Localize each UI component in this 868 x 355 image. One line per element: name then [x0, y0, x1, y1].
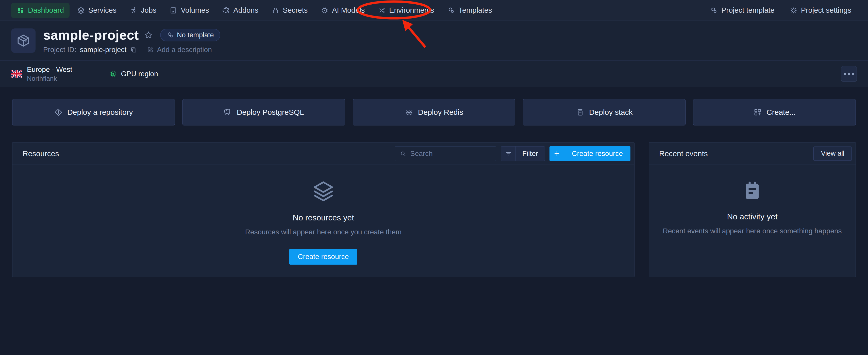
view-all-button[interactable]: View all — [813, 147, 852, 161]
layers-icon — [77, 7, 85, 14]
runner-icon — [130, 7, 137, 14]
chip-icon — [321, 7, 329, 14]
create-more-button[interactable]: Create... — [693, 99, 856, 125]
panels-row: Resources Filter Create resource — [12, 142, 856, 277]
nav-item-jobs[interactable]: Jobs — [124, 3, 162, 18]
gear-icon — [790, 7, 798, 14]
edit-pencil-icon — [147, 46, 154, 53]
gpu-region-badge: GPU region — [109, 70, 158, 78]
deploy-button-label: Deploy stack — [589, 108, 633, 117]
filter-icon — [501, 147, 516, 161]
deploy-stack-button[interactable]: Deploy stack — [523, 99, 685, 125]
puzzle-icon — [222, 7, 230, 14]
nav-item-label: Project template — [721, 6, 775, 14]
nav-item-volumes[interactable]: Volumes — [164, 3, 214, 18]
drive-icon — [169, 7, 177, 14]
resources-empty-subtitle: Resources will appear here once you crea… — [245, 228, 402, 236]
nav-item-services[interactable]: Services — [71, 3, 122, 18]
region-name: Europe - West — [27, 65, 72, 73]
stack-container-icon — [576, 108, 585, 117]
nav-item-project-settings[interactable]: Project settings — [784, 3, 857, 18]
quick-deploy-row: Deploy a repository Deploy PostgreSQL De… — [12, 99, 856, 125]
resources-empty-state: No resources yet Resources will appear h… — [12, 165, 634, 277]
shuffle-icon — [378, 7, 385, 14]
main-content: Deploy a repository Deploy PostgreSQL De… — [0, 87, 868, 277]
deploy-repository-button[interactable]: Deploy a repository — [12, 99, 175, 125]
nav-item-project-template[interactable]: Project template — [705, 3, 780, 18]
resources-controls: Filter Create resource — [395, 146, 630, 161]
filter-label: Filter — [516, 147, 545, 161]
gpu-region-label: GPU region — [121, 70, 158, 78]
add-description-button[interactable]: Add a description — [147, 46, 212, 54]
uk-flag-icon — [11, 70, 22, 78]
notepad-icon — [741, 180, 763, 201]
project-header-text: sample-project No template Project ID: s… — [43, 27, 220, 54]
search-icon — [400, 150, 407, 157]
nav-item-label: Jobs — [141, 6, 156, 14]
project-id-label: Project ID: — [43, 46, 76, 54]
search-input[interactable] — [410, 150, 491, 158]
nav-item-secrets[interactable]: Secrets — [266, 3, 313, 18]
deploy-postgresql-button[interactable]: Deploy PostgreSQL — [183, 99, 345, 125]
create-resource-cta-button[interactable]: Create resource — [289, 249, 358, 265]
resources-title: Resources — [23, 149, 59, 158]
layers-empty-icon — [312, 180, 335, 202]
region-bar: Europe - West Northflank GPU region — [0, 60, 868, 87]
events-empty-title: No activity yet — [727, 212, 777, 221]
favorite-star-icon[interactable] — [144, 30, 153, 40]
events-title: Recent events — [659, 149, 708, 158]
copy-icon[interactable] — [130, 46, 137, 53]
nav-item-label: Environments — [389, 6, 434, 14]
deploy-button-label: Deploy a repository — [67, 108, 133, 117]
nav-item-addons[interactable]: Addons — [217, 3, 264, 18]
resources-search — [395, 146, 496, 161]
filter-button[interactable]: Filter — [501, 146, 545, 161]
template-badge[interactable]: No template — [160, 29, 221, 41]
resources-panel: Resources Filter Create resource — [12, 142, 634, 277]
hexagons-icon — [447, 7, 455, 14]
repository-icon — [54, 108, 63, 117]
package-box-icon — [16, 33, 30, 48]
create-resource-button[interactable]: Create resource — [550, 146, 630, 161]
ellipsis-icon — [844, 73, 846, 75]
events-empty-state: No activity yet Recent events will appea… — [649, 165, 856, 277]
deploy-button-label: Deploy Redis — [418, 108, 463, 117]
app-window: Dashboard Services Jobs Volumes Addons S… — [0, 0, 868, 355]
project-id-value: sample-project — [80, 46, 127, 54]
events-panel-header: Recent events View all — [649, 143, 856, 165]
nav-item-label: Addons — [234, 6, 258, 14]
create-resource-label: Create resource — [564, 146, 630, 161]
deploy-button-label: Deploy PostgreSQL — [237, 108, 304, 117]
nav-item-templates[interactable]: Templates — [442, 3, 498, 18]
nav-item-ai-models[interactable]: AI Models — [315, 3, 370, 18]
nav-item-label: Dashboard — [28, 6, 64, 14]
project-title-row: sample-project No template — [43, 27, 220, 43]
resources-empty-title: No resources yet — [292, 213, 354, 223]
hexagons-icon — [710, 7, 718, 14]
nav-item-environments[interactable]: Environments — [372, 3, 440, 18]
nav-left-group: Dashboard Services Jobs Volumes Addons S… — [11, 3, 498, 18]
nav-item-label: Templates — [459, 6, 492, 14]
project-avatar — [11, 28, 35, 53]
nav-item-label: AI Models — [332, 6, 365, 14]
nav-item-label: Volumes — [181, 6, 209, 14]
nav-item-label: Services — [88, 6, 117, 14]
page-title: sample-project — [43, 27, 139, 43]
region-more-options-button[interactable] — [841, 66, 857, 82]
top-navbar: Dashboard Services Jobs Volumes Addons S… — [0, 0, 868, 21]
project-meta-row: Project ID: sample-project Add a descrip… — [43, 46, 220, 54]
template-badge-label: No template — [177, 31, 214, 39]
gpu-chip-icon — [109, 70, 117, 78]
add-description-label: Add a description — [157, 46, 212, 54]
region-info: Europe - West Northflank — [27, 65, 72, 83]
nav-item-dashboard[interactable]: Dashboard — [11, 3, 69, 18]
resources-panel-header: Resources Filter Create resource — [12, 143, 634, 165]
deploy-redis-button[interactable]: Deploy Redis — [353, 99, 516, 125]
postgresql-elephant-icon — [224, 108, 232, 117]
lock-icon — [272, 7, 279, 14]
grid-plus-icon — [753, 108, 762, 117]
dashboard-grid-icon — [17, 7, 24, 14]
nav-item-label: Project settings — [801, 6, 851, 14]
recent-events-panel: Recent events View all No activity yet R… — [649, 142, 856, 277]
nav-item-label: Secrets — [283, 6, 308, 14]
